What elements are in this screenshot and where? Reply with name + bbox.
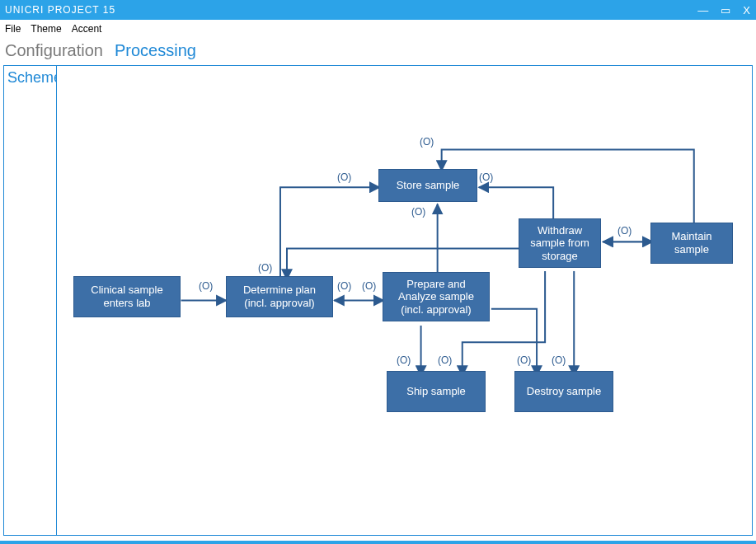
node-label: Maintain sample <box>656 230 727 256</box>
node-withdraw[interactable]: Withdraw sample from storage <box>519 218 601 268</box>
node-ship[interactable]: Ship sample <box>387 371 486 412</box>
node-label: Ship sample <box>406 385 466 398</box>
node-label: Withdraw sample from storage <box>524 224 595 263</box>
window-title: UNICRI PROJECT 15 <box>5 4 115 16</box>
main-tabs: Configuration Processing <box>0 38 756 63</box>
tab-processing[interactable]: Processing <box>115 41 196 60</box>
node-label: Determine plan (incl. approval) <box>232 284 327 309</box>
titlebar: UNICRI PROJECT 15 — ▭ X <box>0 0 756 20</box>
edge-label: (O) <box>258 262 272 274</box>
edge-label: (O) <box>420 136 434 148</box>
close-icon[interactable]: X <box>743 4 751 16</box>
edge-label: (O) <box>337 171 351 183</box>
edge-label: (O) <box>411 206 425 218</box>
side-tab-scheme[interactable]: Scheme <box>4 66 57 535</box>
maximize-icon[interactable]: ▭ <box>721 4 731 16</box>
node-label: Destroy sample <box>527 385 601 398</box>
edge-label: (O) <box>199 280 213 292</box>
edge-label: (O) <box>517 354 531 366</box>
edge-label: (O) <box>617 225 632 237</box>
diagram-canvas[interactable]: (O) (O) (O) (O) (O) (O) (O) (O) (O) (O) … <box>57 66 752 535</box>
edge-label: (O) <box>438 354 452 366</box>
node-determine[interactable]: Determine plan (incl. approval) <box>226 276 333 317</box>
menubar: File Theme Accent <box>0 20 756 38</box>
node-store[interactable]: Store sample <box>378 169 477 202</box>
edge-label: (O) <box>479 171 493 183</box>
node-maintain[interactable]: Maintain sample <box>650 223 733 264</box>
node-destroy[interactable]: Destroy sample <box>514 371 613 412</box>
edge-label: (O) <box>552 354 566 366</box>
node-label: Prepare and Analyze sample (incl. approv… <box>388 278 484 317</box>
window-controls: — ▭ X <box>697 4 751 16</box>
edge-label: (O) <box>337 280 351 292</box>
menu-accent[interactable]: Accent <box>72 23 102 35</box>
statusbar <box>0 541 756 544</box>
minimize-icon[interactable]: — <box>697 4 709 16</box>
workarea: Scheme <box>3 65 753 536</box>
node-label: Store sample <box>397 179 460 192</box>
node-clinical[interactable]: Clinical sample enters lab <box>73 276 181 317</box>
node-prepare[interactable]: Prepare and Analyze sample (incl. approv… <box>383 272 490 321</box>
menu-file[interactable]: File <box>5 23 21 35</box>
edge-label: (O) <box>362 280 376 292</box>
tab-configuration[interactable]: Configuration <box>5 41 103 60</box>
node-label: Clinical sample enters lab <box>79 284 175 309</box>
edge-label: (O) <box>397 354 411 366</box>
menu-theme[interactable]: Theme <box>31 23 61 35</box>
